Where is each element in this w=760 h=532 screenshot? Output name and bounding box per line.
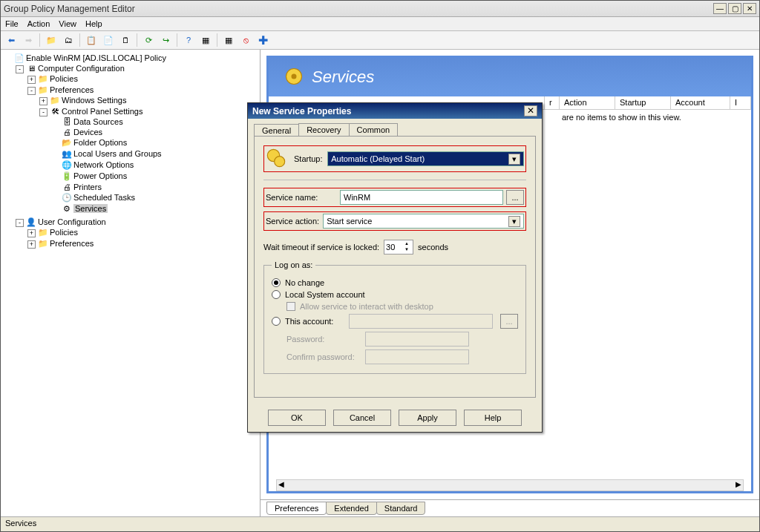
radio-this-account[interactable] xyxy=(272,317,281,326)
service-name-input[interactable]: WinRM xyxy=(340,190,503,205)
tree-preferences[interactable]: Preferences xyxy=(50,85,94,94)
logon-fieldset: Log on as: No change Local System accoun… xyxy=(263,260,526,374)
copy-button[interactable]: 📋 xyxy=(84,33,99,47)
tab-recovery[interactable]: Recovery xyxy=(298,123,349,136)
service-name-label: Service name: xyxy=(266,193,340,202)
tree-pane[interactable]: 📄Enable WinRM [AD.ISL.LOCAL] Policy -🖥Co… xyxy=(1,50,261,516)
tree-network-options[interactable]: Network Options xyxy=(73,160,134,169)
startup-dropdown[interactable]: Automatic (Delayed Start) ▾ xyxy=(327,151,524,166)
add-button[interactable]: ✚ xyxy=(255,33,270,47)
tree-toggle[interactable]: - xyxy=(16,65,24,73)
tree-toggle[interactable]: - xyxy=(39,108,48,116)
tree-computer-config[interactable]: Computer Configuration xyxy=(38,64,125,73)
cancel-button[interactable]: Cancel xyxy=(333,410,391,426)
chevron-down-icon: ▾ xyxy=(508,216,520,227)
tab-extended[interactable]: Extended xyxy=(326,502,376,515)
tree-u-prefs[interactable]: Preferences xyxy=(50,239,94,248)
radio-local-system[interactable] xyxy=(272,290,281,299)
back-button[interactable]: ⬅ xyxy=(4,33,19,47)
export-button[interactable]: ↪ xyxy=(158,33,173,47)
dialog-buttons: OK Cancel Apply Help xyxy=(248,404,542,432)
tab-standard[interactable]: Standard xyxy=(376,502,426,515)
wait-timeout-spinner[interactable]: 30 ▲▼ xyxy=(384,240,413,254)
col-startup[interactable]: Startup xyxy=(615,96,671,109)
svg-point-3 xyxy=(275,157,285,167)
password-input xyxy=(365,332,469,347)
tree-toggle[interactable]: + xyxy=(39,97,48,105)
dialog-titlebar: New Service Properties ✕ xyxy=(248,103,542,119)
service-action-dropdown[interactable]: Start service ▾ xyxy=(323,214,524,229)
tree-u-policies[interactable]: Policies xyxy=(50,228,78,237)
apply-button[interactable]: Apply xyxy=(399,410,456,426)
tree-toggle[interactable]: - xyxy=(16,219,24,227)
service-browse-button[interactable]: ... xyxy=(506,190,524,205)
col-action[interactable]: Action xyxy=(560,96,615,109)
tree-toggle[interactable]: + xyxy=(27,240,36,249)
menubar: File Action View Help xyxy=(1,17,759,31)
gears-icon xyxy=(266,148,286,170)
tree-toggle[interactable]: - xyxy=(27,87,36,95)
col-r[interactable]: r xyxy=(545,96,560,109)
tree-devices[interactable]: Devices xyxy=(73,128,102,137)
tree-user-config[interactable]: User Configuration xyxy=(38,217,106,226)
tree-power-options[interactable]: Power Options xyxy=(73,171,127,180)
stop-button[interactable]: ⦸ xyxy=(238,33,253,47)
tree-services[interactable]: Services xyxy=(73,204,108,213)
new-service-properties-dialog: New Service Properties ✕ General Recover… xyxy=(247,102,543,433)
menu-view[interactable]: View xyxy=(59,19,76,28)
tree-root[interactable]: Enable WinRM [AD.ISL.LOCAL] Policy xyxy=(26,53,166,62)
spinner-buttons[interactable]: ▲▼ xyxy=(402,240,411,254)
window-title: Group Policy Management Editor xyxy=(4,4,713,14)
services-title: Services xyxy=(312,68,374,87)
paste-button[interactable]: 📄 xyxy=(101,33,116,47)
local-system-label: Local System account xyxy=(285,290,365,299)
help-button[interactable]: ? xyxy=(181,33,196,47)
filter-button[interactable]: ▦ xyxy=(198,33,213,47)
minimize-button[interactable]: — xyxy=(713,3,727,14)
tree-scheduled-tasks[interactable]: Scheduled Tasks xyxy=(73,193,135,202)
maximize-button[interactable]: ▢ xyxy=(728,3,741,14)
radio-no-change[interactable] xyxy=(272,278,281,287)
tree-local-users[interactable]: Local Users and Groups xyxy=(73,149,162,158)
ok-button[interactable]: OK xyxy=(268,410,326,426)
toggle-tree-button[interactable]: 🗂 xyxy=(61,33,76,47)
menu-help[interactable]: Help xyxy=(85,19,102,28)
tab-common[interactable]: Common xyxy=(349,123,399,136)
this-account-label: This account: xyxy=(285,317,344,326)
confirm-password-input xyxy=(365,349,469,364)
tab-general[interactable]: General xyxy=(254,124,299,137)
forward-button[interactable]: ➡ xyxy=(21,33,36,47)
titlebar: Group Policy Management Editor — ▢ ✕ xyxy=(1,1,759,17)
menu-action[interactable]: Action xyxy=(27,19,50,28)
tree-windows-settings[interactable]: Windows Settings xyxy=(62,96,126,105)
tree-control-panel[interactable]: Control Panel Settings xyxy=(62,107,142,116)
close-button[interactable]: ✕ xyxy=(743,3,756,14)
tree-toggle[interactable]: + xyxy=(27,229,36,237)
help-button[interactable]: Help xyxy=(464,410,522,426)
toolbar: ⬅ ➡ 📁 🗂 📋 📄 🗒 ⟳ ↪ ? ▦ ▦ ⦸ ✚ xyxy=(1,31,759,50)
menu-file[interactable]: File xyxy=(5,19,19,28)
tree-toggle[interactable]: + xyxy=(27,76,36,84)
service-action-label: Service action: xyxy=(266,217,323,226)
horizontal-scrollbar[interactable] xyxy=(276,479,744,491)
up-button[interactable]: 📁 xyxy=(44,33,59,47)
logon-legend: Log on as: xyxy=(272,260,315,269)
this-account-browse: ... xyxy=(500,314,518,329)
wait-timeout-label: Wait timeout if service is locked: xyxy=(263,243,379,252)
col-account[interactable]: Account xyxy=(671,96,730,109)
tree-policies[interactable]: Policies xyxy=(50,74,78,83)
tree-printers[interactable]: Printers xyxy=(73,183,102,191)
svg-point-1 xyxy=(292,74,297,79)
tab-preferences[interactable]: Preferences xyxy=(266,502,327,515)
password-label: Password: xyxy=(286,335,361,344)
statusbar: Services xyxy=(1,516,759,531)
action-button[interactable]: ▦ xyxy=(221,33,236,47)
tree-folder-options[interactable]: Folder Options xyxy=(73,138,127,147)
tree-data-sources[interactable]: Data Sources xyxy=(73,117,123,126)
wait-timeout-unit: seconds xyxy=(418,243,448,252)
col-i[interactable]: I xyxy=(730,96,751,109)
refresh-button[interactable]: ⟳ xyxy=(141,33,156,47)
properties-button[interactable]: 🗒 xyxy=(118,33,133,47)
startup-label: Startup: xyxy=(294,154,327,163)
dialog-close-button[interactable]: ✕ xyxy=(524,105,537,116)
